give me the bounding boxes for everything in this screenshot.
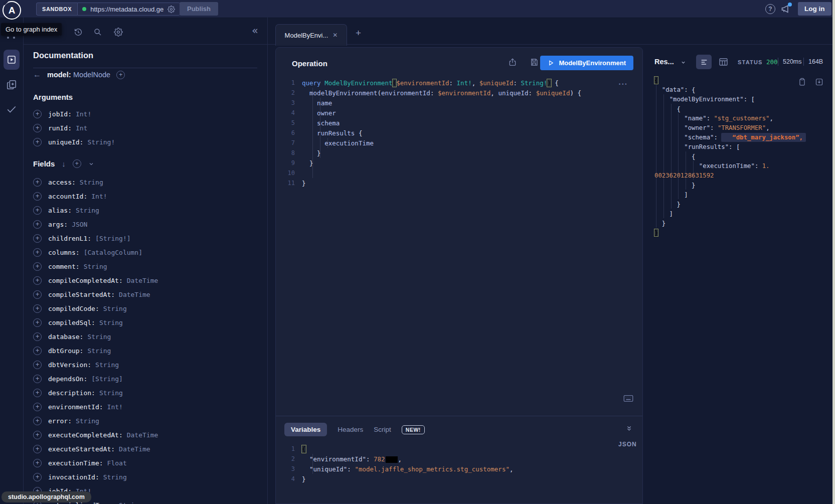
doc-field-row[interactable]: +columns:[CatalogColumn] xyxy=(33,245,267,259)
doc-field-row[interactable]: +compileStartedAt:DateTime xyxy=(33,287,267,301)
sort-down-icon[interactable]: ↓ xyxy=(62,159,66,168)
add-field-icon[interactable]: + xyxy=(33,262,42,271)
variables-editor[interactable]: 1{2 "environmentId": 782,3 "uniqueId": "… xyxy=(276,444,642,484)
close-tab-icon[interactable]: ✕ xyxy=(332,32,338,39)
doc-field-row[interactable]: +dbtGroup:String xyxy=(33,344,267,358)
add-field-icon[interactable]: + xyxy=(33,403,42,411)
tab-script[interactable]: Script xyxy=(374,426,391,433)
add-field-icon[interactable]: + xyxy=(33,389,42,397)
tab-headers[interactable]: Headers xyxy=(338,426,363,433)
doc-field-row[interactable]: +dbtVersion:String xyxy=(33,358,267,372)
announcements-megaphone-icon[interactable] xyxy=(780,4,791,14)
doc-field-row[interactable]: +compiledSql:String xyxy=(33,315,267,329)
add-field-icon[interactable]: + xyxy=(33,332,42,341)
doc-field-row[interactable]: +args:JSON xyxy=(33,217,267,231)
doc-field-row[interactable]: +database:String xyxy=(33,329,267,344)
doc-field-name[interactable]: model: xyxy=(47,71,71,79)
save-icon[interactable] xyxy=(530,58,539,67)
connection-settings-gear-icon[interactable] xyxy=(168,6,175,13)
add-field-icon[interactable]: + xyxy=(33,304,42,313)
add-field-icon[interactable]: + xyxy=(33,445,42,453)
add-field-icon[interactable]: + xyxy=(33,347,42,355)
doc-field-row[interactable]: +jobId:Int! xyxy=(33,107,267,121)
share-icon[interactable] xyxy=(508,58,517,67)
field-type: DateTime xyxy=(127,431,158,439)
doc-field-row[interactable]: +alias:String xyxy=(33,203,267,217)
doc-field-row[interactable]: +dependsOn:[String] xyxy=(33,372,267,386)
add-field-icon[interactable]: + xyxy=(33,206,42,215)
operation-editor[interactable]: 1query ModelByEnvironment($environmentId… xyxy=(276,78,642,188)
doc-field-row[interactable]: +executionTime:Float xyxy=(33,456,267,470)
doc-field-row[interactable]: +uniqueId:String! xyxy=(33,135,267,149)
add-field-icon[interactable]: + xyxy=(116,71,125,79)
doc-field-row[interactable]: +childrenL1:[String!] xyxy=(33,231,267,245)
add-field-icon[interactable]: + xyxy=(33,375,42,383)
checklist-nav-item[interactable] xyxy=(6,104,17,115)
doc-field-row[interactable]: +comment:String xyxy=(33,259,267,273)
operation-collections-nav-item[interactable] xyxy=(6,79,17,90)
doc-field-row[interactable]: +environmentId:Int! xyxy=(33,400,267,414)
add-field-icon[interactable]: + xyxy=(33,234,42,243)
doc-field-row[interactable]: +compiledCode:String xyxy=(33,301,267,315)
apollo-logo[interactable]: A xyxy=(3,1,21,20)
add-field-icon[interactable]: + xyxy=(33,431,42,439)
graph-ref[interactable]: SANDBOX https://metadata.cloud.getd xyxy=(36,3,181,16)
add-all-fields-icon[interactable]: + xyxy=(73,159,81,168)
response-time: 520ms xyxy=(783,58,802,65)
add-field-icon[interactable]: + xyxy=(33,473,42,481)
response-dropdown-chevron-icon[interactable] xyxy=(681,60,686,65)
field-type: Float xyxy=(107,459,127,467)
doc-field-row[interactable]: +access:String xyxy=(33,175,267,189)
explorer-settings-gear-icon[interactable] xyxy=(114,28,123,37)
response-title[interactable]: Res... xyxy=(654,58,674,66)
documentation-panel: « Documentation ← model: ModelNode + Arg… xyxy=(23,18,268,504)
collapse-panel-icon[interactable]: « xyxy=(252,25,258,37)
tab-variables[interactable]: Variables xyxy=(284,423,327,436)
browser-scrollbar[interactable] xyxy=(832,0,835,504)
field-name: invocationId: xyxy=(48,473,99,481)
keyboard-shortcuts-icon[interactable] xyxy=(623,395,633,402)
doc-field-row[interactable]: +runId:Int xyxy=(33,121,267,135)
collapse-bottom-panel-icon[interactable] xyxy=(625,425,633,432)
doc-field-row[interactable]: +compileCompletedAt:DateTime xyxy=(33,273,267,287)
doc-field-row[interactable]: +accountId:Int! xyxy=(33,189,267,203)
add-field-icon[interactable]: + xyxy=(33,361,42,369)
add-field-icon[interactable]: + xyxy=(33,124,42,132)
response-table-view-toggle[interactable] xyxy=(718,57,729,67)
add-field-icon[interactable]: + xyxy=(33,276,42,285)
add-field-icon[interactable]: + xyxy=(33,318,42,327)
field-name: executeCompletedAt: xyxy=(48,431,123,439)
log-in-button[interactable]: Log in xyxy=(798,2,831,16)
doc-field-row[interactable]: +error:String xyxy=(33,414,267,428)
operation-tab[interactable]: ModelByEnvi... ✕ xyxy=(275,24,347,46)
new-tab-button[interactable]: + xyxy=(356,28,361,39)
notification-dot xyxy=(788,3,792,7)
add-field-icon[interactable]: + xyxy=(33,192,42,201)
back-arrow-icon[interactable]: ← xyxy=(33,70,41,79)
add-field-icon[interactable]: + xyxy=(33,290,42,299)
run-operation-button[interactable]: ModelByEnvironment xyxy=(540,56,633,70)
history-icon[interactable] xyxy=(74,28,83,37)
add-field-icon[interactable]: + xyxy=(33,178,42,187)
response-json-view-toggle[interactable] xyxy=(696,55,712,69)
code-line: } xyxy=(654,228,832,237)
endpoint-url[interactable]: https://metadata.cloud.getd xyxy=(90,6,163,13)
doc-field-row[interactable]: +invocationId:String xyxy=(33,470,267,484)
help-button[interactable]: ? xyxy=(765,4,775,14)
publish-button[interactable]: Publish xyxy=(180,2,218,16)
chevron-down-icon[interactable] xyxy=(88,161,94,167)
add-field-icon[interactable]: + xyxy=(33,110,42,118)
search-icon[interactable] xyxy=(93,28,102,37)
add-field-icon[interactable]: + xyxy=(33,459,42,467)
doc-field-row[interactable]: +executeStartedAt:DateTime xyxy=(33,442,267,456)
field-name: dbtGroup: xyxy=(48,347,83,355)
explorer-nav-item[interactable] xyxy=(4,50,20,70)
add-field-icon[interactable]: + xyxy=(33,220,42,229)
endpoint-url-box[interactable]: https://metadata.cloud.getd xyxy=(77,3,181,16)
add-field-icon[interactable]: + xyxy=(33,138,42,146)
doc-field-type[interactable]: ModelNode xyxy=(73,71,110,79)
add-field-icon[interactable]: + xyxy=(33,417,42,425)
add-field-icon[interactable]: + xyxy=(33,248,42,257)
doc-field-row[interactable]: +description:String xyxy=(33,386,267,400)
doc-field-row[interactable]: +executeCompletedAt:DateTime xyxy=(33,428,267,442)
